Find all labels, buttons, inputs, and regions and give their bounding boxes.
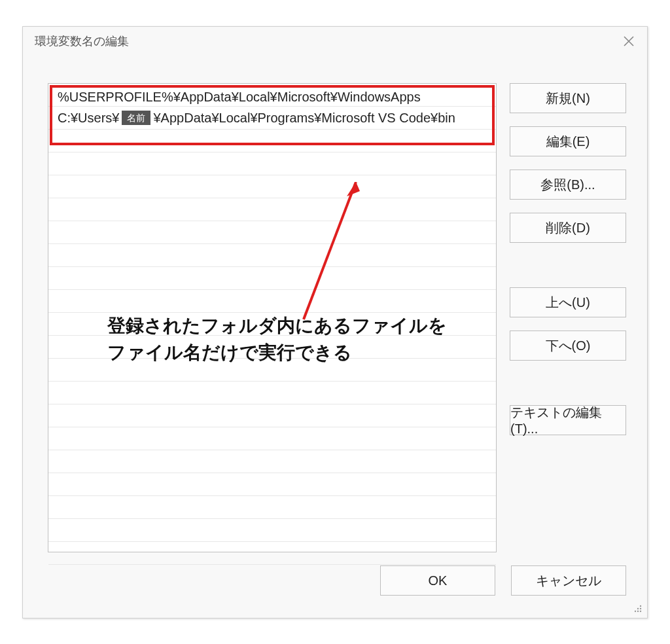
path-text: C:¥Users¥ [58,111,119,126]
svg-point-2 [640,605,641,607]
resize-grip-icon[interactable] [631,602,643,614]
path-entry[interactable]: C:¥Users¥名前¥AppData¥Local¥Programs¥Micro… [48,107,496,130]
path-entry-empty[interactable] [48,382,496,404]
svg-point-3 [637,608,639,609]
browse-button[interactable]: 参照(B)... [510,170,626,200]
redacted-name-chip: 名前 [122,111,150,125]
path-entry-empty[interactable] [48,198,496,221]
path-entry-empty[interactable] [48,336,496,359]
ok-button[interactable]: OK [380,565,495,596]
dialog-title: 環境変数名の編集 [35,33,129,49]
svg-point-6 [637,611,639,612]
path-entry-empty[interactable] [48,473,496,496]
path-entry-empty[interactable] [48,130,496,152]
path-entry-empty[interactable] [48,221,496,244]
side-button-column: 新規(N) 編集(E) 参照(B)... 削除(D) 上へ(U) 下へ(O) テ… [510,83,626,435]
dialog-titlebar: 環境変数名の編集 [23,27,647,56]
path-entry-empty[interactable] [48,244,496,267]
svg-point-5 [635,611,636,612]
cancel-button[interactable]: キャンセル [511,565,626,596]
path-text: ¥AppData¥Local¥Programs¥Microsoft VS Cod… [153,111,455,126]
delete-button[interactable]: 削除(D) [510,213,626,243]
path-entry[interactable]: %USERPROFILE%¥AppData¥Local¥Microsoft¥Wi… [48,84,496,107]
path-entry-empty[interactable] [48,290,496,313]
path-entry-empty[interactable] [48,519,496,542]
path-entry-empty[interactable] [48,450,496,473]
env-var-edit-dialog: 環境変数名の編集 %USERPROFILE%¥AppData¥Local¥Mic… [22,26,648,618]
path-entry-empty[interactable] [48,152,496,175]
path-entry-empty[interactable] [48,496,496,519]
path-list-box[interactable]: %USERPROFILE%¥AppData¥Local¥Microsoft¥Wi… [48,83,497,552]
dialog-footer-buttons: OK キャンセル [380,565,626,596]
edit-button[interactable]: 編集(E) [510,126,626,156]
move-down-button[interactable]: 下へ(O) [510,331,626,361]
path-entry-empty[interactable] [48,359,496,382]
new-button[interactable]: 新規(N) [510,83,626,113]
close-icon[interactable] [620,32,638,50]
path-entry-empty[interactable] [48,542,496,565]
text-edit-button[interactable]: テキストの編集(T)... [510,405,626,435]
svg-point-4 [640,608,641,609]
path-entry-empty[interactable] [48,404,496,427]
move-up-button[interactable]: 上へ(U) [510,287,626,317]
path-entry-empty[interactable] [48,267,496,290]
path-text: %USERPROFILE%¥AppData¥Local¥Microsoft¥Wi… [58,90,421,105]
path-entry-empty[interactable] [48,313,496,336]
path-entry-empty[interactable] [48,427,496,450]
path-entry-empty[interactable] [48,175,496,198]
svg-point-7 [640,611,641,612]
